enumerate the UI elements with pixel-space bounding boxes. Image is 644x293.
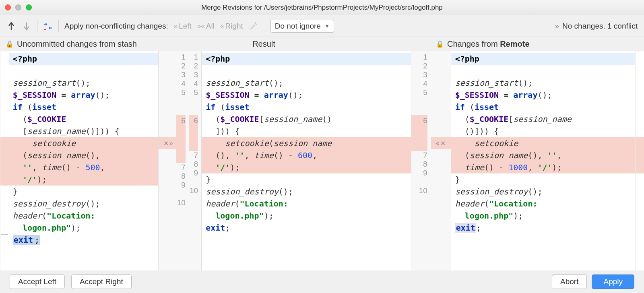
- result-code[interactable]: ✔ <?php session_start(); $_SESSION = arr…: [202, 51, 411, 270]
- merge-area: ✔ <?php session_start(); $_SESSION = arr…: [0, 51, 644, 270]
- mid-right-gutter: 12345 6 789 10 « ✕: [411, 51, 451, 270]
- left-mid-gutter: ✕ » 12345 6 789 10 12345 6 789 10: [158, 51, 202, 270]
- toolbar: Apply non-conflicting changes: » Left »«…: [0, 15, 644, 37]
- footer: Accept Left Accept Right Abort Apply: [0, 270, 644, 293]
- apply-left-label: Left: [179, 22, 192, 31]
- pane-headers: 🔒 Uncommitted changes from stash Result …: [0, 37, 644, 51]
- accept-right-button[interactable]: Accept Right: [71, 274, 132, 289]
- result-pane-header: Result: [168, 39, 359, 49]
- lock-icon: 🔒: [436, 40, 444, 48]
- result-pane[interactable]: ✔ <?php session_start(); $_SESSION = arr…: [202, 51, 411, 270]
- apply-right-label: Right: [225, 22, 243, 31]
- accept-left-button[interactable]: Accept Left: [10, 274, 65, 289]
- reject-left-icon[interactable]: ✕: [163, 140, 169, 147]
- window-title: Merge Revisions for /Users/jetbrains/Php…: [0, 4, 644, 12]
- accept-left-icon[interactable]: »: [169, 140, 173, 147]
- apply-left-button[interactable]: » Left: [174, 22, 192, 31]
- left-code[interactable]: ✔ <?php session_start(); $_SESSION = arr…: [9, 51, 158, 270]
- maximize-window-button[interactable]: [26, 4, 32, 10]
- accept-right-icon[interactable]: «: [436, 140, 440, 147]
- right-pane[interactable]: ✔ <?php session_start(); $_SESSION = arr…: [451, 51, 636, 270]
- apply-non-conflicting-label: Apply non-conflicting changes:: [64, 22, 168, 31]
- minimize-window-button[interactable]: [15, 4, 21, 10]
- right-code[interactable]: ✔ <?php session_start(); $_SESSION = arr…: [451, 51, 636, 270]
- double-chevron-left-icon: «: [220, 22, 224, 30]
- reject-right-icon[interactable]: ✕: [440, 140, 446, 147]
- status-text: » No changes. 1 conflict: [555, 22, 638, 31]
- magic-wand-icon[interactable]: [249, 21, 258, 31]
- chevron-down-icon: ▼: [325, 23, 330, 29]
- traffic-lights: [5, 4, 32, 10]
- separator: [58, 20, 59, 32]
- next-diff-icon[interactable]: [22, 21, 31, 31]
- titlebar: Merge Revisions for /Users/jetbrains/Php…: [0, 0, 644, 15]
- right-line-numbers: 12345 6 789 10: [411, 53, 431, 270]
- apply-all-label: All: [206, 22, 215, 31]
- double-chevron-right-icon: »: [555, 22, 559, 31]
- double-chevron-right-icon: »: [174, 22, 178, 30]
- ignore-whitespace-combo[interactable]: Do not ignore ▼: [270, 20, 334, 33]
- left-overview-stripe: [0, 51, 9, 270]
- right-pane-header: 🔒 Changes from Remote: [359, 39, 641, 49]
- magic-resolve-icon[interactable]: [43, 21, 53, 31]
- left-pane[interactable]: ✔ <?php session_start(); $_SESSION = arr…: [9, 51, 158, 270]
- right-overview-stripe: [635, 51, 644, 270]
- apply-button[interactable]: Apply: [592, 274, 634, 289]
- abort-button[interactable]: Abort: [552, 274, 587, 289]
- double-chevron-both-icon: »«: [197, 22, 205, 30]
- left-line-numbers: 12345 6 789 10: [176, 53, 189, 270]
- lock-icon: 🔒: [6, 40, 14, 48]
- close-window-button[interactable]: [5, 4, 11, 10]
- left-pane-header: 🔒 Uncommitted changes from stash: [3, 39, 168, 49]
- mid-left-line-numbers: 12345 6 789 10: [189, 53, 201, 270]
- apply-right-button[interactable]: « Right: [220, 22, 243, 31]
- separator: [37, 20, 37, 32]
- apply-all-button[interactable]: »« All: [197, 22, 215, 31]
- combo-value: Do not ignore: [275, 22, 321, 31]
- prev-diff-icon[interactable]: [6, 21, 16, 31]
